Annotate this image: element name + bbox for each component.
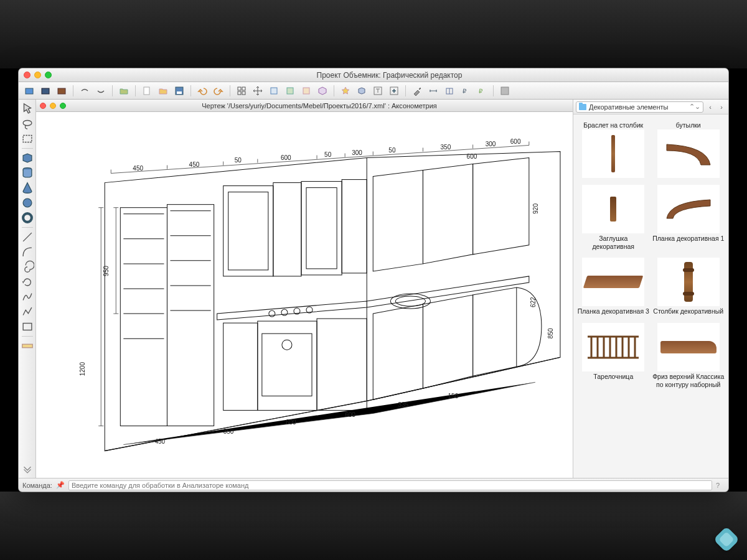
svg-point-23 <box>23 213 32 222</box>
svg-text:920: 920 <box>532 203 539 214</box>
collapse-icon[interactable] <box>21 462 34 475</box>
svg-rect-28 <box>223 186 273 276</box>
top-icon[interactable] <box>299 84 313 98</box>
svg-text:950: 950 <box>103 266 110 276</box>
pointer-icon[interactable] <box>21 102 34 116</box>
command-input[interactable] <box>68 480 712 490</box>
svg-rect-9 <box>242 91 245 95</box>
svg-text:50: 50 <box>388 147 396 154</box>
document-title: Чертеж '/Users/yuriy/Documents/Mebel/Про… <box>70 102 569 110</box>
doc-minimize-button[interactable] <box>50 103 56 109</box>
cone-icon[interactable] <box>21 181 34 195</box>
svg-rect-18 <box>501 87 509 95</box>
arc-icon[interactable] <box>21 245 34 259</box>
iso-icon[interactable] <box>316 84 329 98</box>
priceB-icon[interactable]: ₽ <box>475 84 489 98</box>
box-icon[interactable] <box>22 84 36 98</box>
svg-rect-1 <box>42 88 49 94</box>
save2-icon[interactable] <box>498 84 512 98</box>
doc-zoom-button[interactable] <box>60 103 66 109</box>
cube-icon[interactable] <box>355 84 369 98</box>
folder-open-icon[interactable] <box>117 84 131 98</box>
line-icon[interactable] <box>21 230 34 244</box>
document-column: Чертеж '/Users/yuriy/Documents/Mebel/Про… <box>36 100 573 478</box>
ruler-icon[interactable] <box>21 339 34 353</box>
library-item[interactable]: Браслет на столбик <box>576 118 651 183</box>
command-pin-icon[interactable]: 📌 <box>56 481 65 490</box>
side-icon[interactable] <box>283 84 297 98</box>
svg-rect-35 <box>258 321 317 410</box>
doc-close-button[interactable] <box>40 103 46 109</box>
hand-left-icon[interactable] <box>78 84 92 98</box>
tools-icon[interactable] <box>410 84 424 98</box>
priceA-icon[interactable]: ₽ <box>459 84 472 98</box>
close-button[interactable] <box>24 72 31 78</box>
library-item[interactable]: Тарелочница <box>576 321 651 394</box>
svg-text:₽: ₽ <box>479 88 483 95</box>
library-item[interactable]: Фриз верхний Классика по контуру наборны… <box>651 321 726 394</box>
minimize-button[interactable] <box>34 72 41 78</box>
svg-rect-32 <box>228 192 268 270</box>
hdim-icon[interactable] <box>426 84 440 98</box>
move-icon[interactable] <box>251 84 265 98</box>
rotate-icon[interactable] <box>21 275 34 289</box>
svg-text:335: 335 <box>398 401 408 408</box>
svg-text:1200: 1200 <box>79 362 86 376</box>
svg-rect-0 <box>26 88 33 94</box>
svg-rect-20 <box>23 136 32 142</box>
polyline-icon[interactable] <box>21 305 34 319</box>
cab-icon[interactable] <box>443 84 456 98</box>
svg-rect-8 <box>238 91 241 95</box>
library-fwd-icon[interactable]: › <box>717 102 726 112</box>
add-icon[interactable] <box>387 84 401 98</box>
left-toolbar <box>19 100 36 478</box>
svg-text:450: 450 <box>154 438 165 445</box>
library-item[interactable]: Столбик декоративный <box>651 256 726 320</box>
cylinder-icon[interactable] <box>21 166 34 180</box>
library-item[interactable]: Планка декоративная 1 <box>651 183 726 256</box>
top-toolbar: ₽ ₽ <box>19 82 728 100</box>
open-icon[interactable] <box>156 84 170 98</box>
drawing-canvas[interactable]: 450 450 50 600 50 300 50 350 300 600 120… <box>36 112 573 478</box>
box-brown-icon[interactable] <box>55 84 68 98</box>
library-back-icon[interactable]: ‹ <box>706 102 715 112</box>
svg-text:600: 600 <box>510 138 521 145</box>
spiral-icon[interactable] <box>21 260 34 274</box>
library-item[interactable]: Планка декоративная 3 <box>576 256 651 320</box>
window-title: Проект Объемник: Графический редактор <box>55 71 723 80</box>
svg-text:50: 50 <box>324 151 332 158</box>
curve-icon[interactable] <box>21 290 34 304</box>
svg-text:150: 150 <box>448 393 459 399</box>
library-panel: Декоративные элементы ⌃⌄ ‹ › Браслет на … <box>573 100 728 478</box>
svg-rect-27 <box>167 205 214 426</box>
library-item[interactable]: Заглушка декоративная <box>576 183 651 256</box>
svg-rect-34 <box>223 323 258 410</box>
svg-rect-30 <box>301 182 342 275</box>
svg-text:600: 600 <box>286 419 296 426</box>
svg-rect-29 <box>273 183 301 276</box>
box3d-icon[interactable] <box>21 151 34 165</box>
save-icon[interactable] <box>172 84 186 98</box>
svg-text:450: 450 <box>133 165 143 172</box>
library-item[interactable]: бутылки <box>651 118 726 183</box>
typo-icon[interactable] <box>371 84 385 98</box>
torus-icon[interactable] <box>21 211 34 225</box>
arrange-icon[interactable] <box>235 84 248 98</box>
rect-icon[interactable] <box>21 320 34 334</box>
svg-text:350: 350 <box>223 428 234 435</box>
sphere-icon[interactable] <box>21 196 34 210</box>
hand-right-icon[interactable] <box>94 84 108 98</box>
sel-rect-icon[interactable] <box>21 132 34 146</box>
star-icon[interactable] <box>339 84 352 98</box>
undo-icon[interactable] <box>195 84 209 98</box>
redo-icon[interactable] <box>212 84 225 98</box>
zoom-button[interactable] <box>45 72 52 78</box>
front-icon[interactable] <box>267 84 281 98</box>
lasso-icon[interactable] <box>21 117 34 131</box>
command-help-icon[interactable]: ? <box>716 482 725 489</box>
library-folder-select[interactable]: Декоративные элементы ⌃⌄ <box>576 101 703 113</box>
svg-text:50: 50 <box>235 157 242 164</box>
command-label: Команда: <box>22 482 52 489</box>
box-dark-icon[interactable] <box>39 84 52 98</box>
new-doc-icon[interactable] <box>140 84 154 98</box>
